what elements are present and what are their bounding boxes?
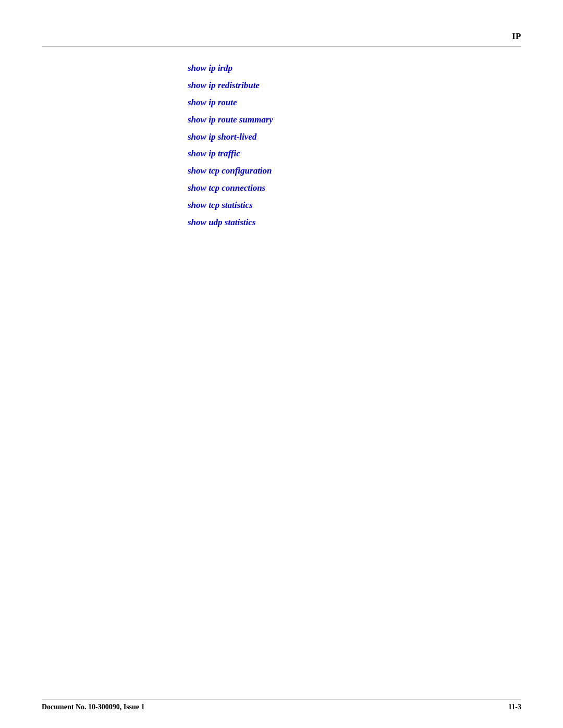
link-item-4[interactable]: show ip short-lived: [188, 132, 256, 142]
list-item: show ip traffic: [188, 146, 521, 162]
header-rule: [42, 46, 521, 46]
list-item: show ip route: [188, 95, 521, 110]
link-item-7[interactable]: show tcp connections: [188, 183, 265, 193]
footer-section: Document No. 10-300090, Issue 1 11-3: [42, 703, 521, 711]
link-item-3[interactable]: show ip route summary: [188, 115, 273, 125]
page-container: IP show ip irdpshow ip redistributeshow …: [0, 0, 563, 728]
list-item: show tcp configuration: [188, 164, 521, 179]
link-item-6[interactable]: show tcp configuration: [188, 166, 272, 176]
link-item-2[interactable]: show ip route: [188, 97, 237, 107]
list-item: show ip irdp: [188, 61, 521, 76]
list-item: show ip route summary: [188, 113, 521, 128]
link-item-1[interactable]: show ip redistribute: [188, 80, 260, 90]
link-list: show ip irdpshow ip redistributeshow ip …: [188, 61, 521, 230]
list-item: show tcp connections: [188, 181, 521, 196]
header-section: IP: [42, 31, 521, 42]
link-item-0[interactable]: show ip irdp: [188, 63, 232, 73]
list-item: show tcp statistics: [188, 198, 521, 213]
link-item-5[interactable]: show ip traffic: [188, 149, 240, 158]
list-item: show udp statistics: [188, 215, 521, 230]
link-item-8[interactable]: show tcp statistics: [188, 200, 253, 210]
footer-rule: [42, 699, 521, 699]
footer-page-number: 11-3: [508, 703, 521, 711]
list-item: show ip redistribute: [188, 78, 521, 93]
footer-document-info: Document No. 10-300090, Issue 1: [42, 703, 145, 711]
list-item: show ip short-lived: [188, 130, 521, 145]
content-area: show ip irdpshow ip redistributeshow ip …: [42, 56, 521, 230]
link-item-9[interactable]: show udp statistics: [188, 217, 255, 227]
header-ip-label: IP: [512, 31, 521, 42]
